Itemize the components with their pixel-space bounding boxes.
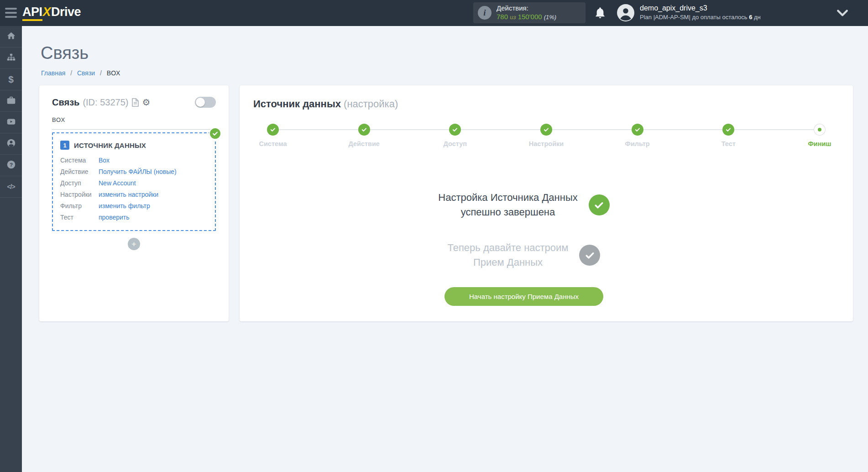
- code-icon: </>: [7, 183, 15, 190]
- connection-card-header: Связь (ID: 53275) ⚙: [52, 96, 216, 108]
- sidebar: $ ? </>: [0, 26, 22, 472]
- done-message: Настройка Источника Данных успешно завер…: [438, 190, 577, 220]
- hamburger-menu-icon[interactable]: [5, 8, 17, 18]
- breadcrumb-separator: /: [100, 69, 102, 77]
- plan-days: 6: [749, 14, 752, 21]
- step-filter[interactable]: Фильтр: [632, 124, 643, 149]
- page-title: Связь: [41, 43, 89, 63]
- source-row-access: Доступ New Account: [60, 178, 208, 188]
- step-system[interactable]: Система: [267, 124, 279, 149]
- dollar-icon: $: [8, 74, 14, 85]
- success-check-icon: [589, 194, 610, 215]
- row-value-link[interactable]: изменить фильтр: [99, 201, 150, 210]
- add-step-button[interactable]: +: [128, 238, 140, 250]
- panel-subtitle: (настройка): [344, 98, 398, 110]
- connection-title: Связь: [52, 97, 79, 108]
- connection-card: Связь (ID: 53275) ⚙ BOX 1 ИСТОЧНИК ДАННЫ…: [39, 85, 229, 321]
- start-receiver-setup-button[interactable]: Начать настройку Приема Данных: [444, 287, 603, 306]
- step-action[interactable]: Действие: [358, 124, 370, 149]
- toggle-knob: [196, 98, 205, 107]
- user-avatar[interactable]: [617, 4, 634, 21]
- row-value-link[interactable]: New Account: [99, 178, 136, 188]
- home-icon: [6, 31, 16, 42]
- document-icon[interactable]: [132, 98, 139, 107]
- person-circle-icon: [6, 138, 16, 150]
- topbar: APIXDrive i Действия: 780 из 150'000 (1%…: [0, 0, 868, 26]
- user-menu[interactable]: demo_apix_drive_s3 Plan |ADM-AP-SM| до о…: [640, 4, 761, 21]
- breadcrumb-separator: /: [70, 69, 72, 77]
- connection-enable-toggle[interactable]: [195, 97, 216, 108]
- source-row-test: Тест проверить: [60, 213, 208, 222]
- source-row-filter: Фильтр изменить фильтр: [60, 201, 208, 210]
- user-plan-info: Plan |ADM-AP-SM| до оплаты осталось 6 дн: [640, 13, 761, 21]
- logo-text-drive: Drive: [51, 5, 81, 19]
- source-setup-panel: Источник данных (настройка) Система Дейс…: [240, 85, 853, 321]
- actions-percent: (1%): [544, 14, 556, 21]
- next-message-line2: Прием Данных: [448, 255, 569, 270]
- step-finish[interactable]: Финиш: [814, 124, 826, 149]
- chevron-down-icon[interactable]: [837, 9, 848, 17]
- row-label: Фильтр: [60, 201, 99, 210]
- gear-icon[interactable]: ⚙: [142, 98, 150, 107]
- step-label: Фильтр: [625, 140, 650, 147]
- source-block-header: 1 ИСТОЧНИК ДАННЫХ: [60, 141, 208, 150]
- step-number-badge: 1: [60, 141, 69, 150]
- connection-name: BOX: [52, 116, 216, 130]
- actions-of-word: из: [510, 14, 516, 21]
- connection-id: (ID: 53275): [83, 97, 128, 108]
- sidebar-item-connections[interactable]: [0, 47, 22, 69]
- step-access[interactable]: Доступ: [449, 124, 461, 149]
- breadcrumb-home[interactable]: Главная: [41, 69, 65, 77]
- logo-text-api: API: [22, 5, 42, 21]
- result-done-row: Настройка Источника Данных успешно завер…: [438, 190, 609, 220]
- info-icon[interactable]: i: [478, 6, 492, 20]
- step-label: Доступ: [444, 140, 467, 147]
- row-label: Действие: [60, 167, 99, 176]
- sidebar-item-services[interactable]: [0, 90, 22, 112]
- current-step-dot-icon: [814, 124, 826, 136]
- briefcase-icon: [6, 95, 16, 107]
- sidebar-item-home[interactable]: [0, 26, 22, 47]
- sidebar-item-video[interactable]: [0, 112, 22, 133]
- step-test[interactable]: Тест: [722, 124, 734, 149]
- notifications-bell-icon[interactable]: [594, 6, 607, 19]
- sidebar-item-profile[interactable]: [0, 133, 22, 155]
- step-label: Действие: [348, 140, 380, 147]
- sidebar-item-api[interactable]: </>: [0, 176, 22, 198]
- row-label: Настройки: [60, 190, 99, 199]
- setup-results: Настройка Источника Данных успешно завер…: [231, 190, 817, 306]
- main-content: Связь Главная / Связи / BOX Связь (ID: 5…: [22, 26, 868, 472]
- breadcrumb-current: BOX: [107, 69, 120, 77]
- done-message-line1: Настройка Источника Данных: [438, 190, 577, 205]
- next-message: Теперь давайте настроим Прием Данных: [448, 241, 569, 270]
- check-circle-icon: [449, 124, 461, 136]
- row-value-link[interactable]: Получить ФАЙЛЫ (новые): [99, 167, 177, 176]
- panel-title-text: Источник данных: [253, 98, 341, 110]
- pending-check-icon: [579, 245, 600, 266]
- actions-usage: 780 из 150'000 (1%): [497, 13, 556, 21]
- row-label: Система: [60, 156, 99, 165]
- logo-text-x: X: [42, 5, 52, 19]
- step-settings[interactable]: Настройки: [540, 124, 552, 149]
- step-label: Финиш: [808, 140, 831, 147]
- actions-counter: i Действия: 780 из 150'000 (1%): [473, 2, 586, 23]
- actions-label: Действия:: [497, 4, 556, 13]
- setup-stepper: Система Действие Доступ Настройки Фильтр…: [253, 124, 839, 149]
- source-row-settings: Настройки изменить настройки: [60, 190, 208, 199]
- row-value-link[interactable]: изменить настройки: [99, 190, 158, 199]
- data-source-block[interactable]: 1 ИСТОЧНИК ДАННЫХ Система Box Действие П…: [52, 132, 216, 231]
- actions-used: 780: [497, 13, 508, 21]
- step-label: Тест: [722, 140, 736, 147]
- sitemap-icon: [6, 52, 16, 64]
- source-block-title: ИСТОЧНИК ДАННЫХ: [74, 142, 146, 149]
- plan-prefix: Plan |ADM-AP-SM| до оплаты осталось: [640, 14, 748, 21]
- actions-total: 150'000: [518, 13, 542, 21]
- actions-counter-text: Действия: 780 из 150'000 (1%): [497, 4, 556, 21]
- row-value-link[interactable]: Box: [99, 156, 110, 165]
- breadcrumb-links[interactable]: Связи: [77, 69, 95, 77]
- sidebar-item-help[interactable]: ?: [0, 155, 22, 176]
- brand-logo[interactable]: APIXDrive: [22, 5, 81, 19]
- row-value-link[interactable]: проверить: [99, 213, 130, 222]
- plan-days-unit: дн: [754, 14, 761, 21]
- sidebar-item-payments[interactable]: $: [0, 69, 22, 90]
